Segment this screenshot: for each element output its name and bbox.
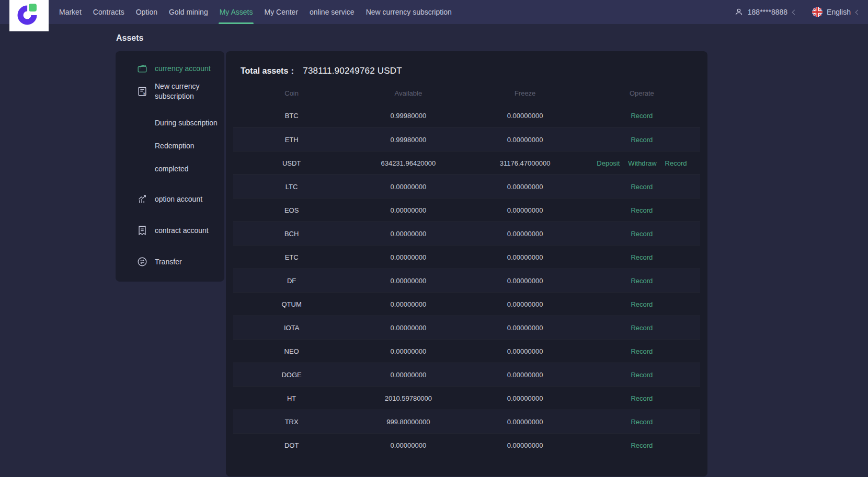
- freeze-value: 0.00000000: [467, 112, 584, 120]
- user-account-menu[interactable]: 188****8888: [734, 7, 796, 17]
- available-value: 0.00000000: [350, 441, 466, 449]
- header-available: Available: [350, 89, 466, 97]
- sidebar-item-label: completed: [155, 165, 189, 173]
- op-record-link[interactable]: Record: [631, 206, 653, 214]
- op-record-link[interactable]: Record: [631, 347, 653, 355]
- nav-item-option[interactable]: Option: [136, 0, 157, 24]
- coin-name: BCH: [233, 230, 350, 238]
- user-phone: 188****8888: [748, 8, 787, 16]
- operate-cell: Record: [584, 371, 700, 379]
- available-value: 0.00000000: [350, 277, 466, 285]
- nav-item-my-center[interactable]: My Center: [264, 0, 298, 24]
- available-value: 0.00000000: [350, 300, 466, 308]
- op-record-link[interactable]: Record: [631, 136, 653, 144]
- sidebar-item-label: contract account: [155, 226, 209, 235]
- header-coin: Coin: [233, 89, 350, 97]
- operate-cell: Record: [584, 183, 700, 191]
- assets-panel: Total assets： 738111.90249762 USDT Coin …: [226, 51, 707, 476]
- nav-item-online-service[interactable]: online service: [310, 0, 355, 24]
- contract-icon: [136, 225, 148, 236]
- table-row: TRX 999.80000000 0.00000000 Record: [233, 410, 700, 433]
- freeze-value: 31176.47000000: [467, 159, 584, 167]
- op-record-link[interactable]: Record: [665, 159, 687, 167]
- op-record-link[interactable]: Record: [631, 230, 653, 238]
- sidebar-item-new-currency-subscription[interactable]: ¥ New currency subscription: [136, 82, 224, 101]
- table-row: IOTA 0.00000000 0.00000000 Record: [233, 316, 700, 339]
- operate-cell: Record: [584, 206, 700, 214]
- op-record-link[interactable]: Record: [631, 394, 653, 402]
- table-row: ETC 0.00000000 0.00000000 Record: [233, 245, 700, 269]
- available-value: 999.80000000: [350, 418, 466, 426]
- freeze-value: 0.00000000: [467, 300, 584, 308]
- freeze-value: 0.00000000: [467, 136, 584, 144]
- coin-name: HT: [233, 394, 350, 402]
- operate-cell: Record: [584, 300, 700, 308]
- op-withdraw-link[interactable]: Withdraw: [628, 159, 656, 167]
- available-value: 0.00000000: [350, 183, 466, 191]
- nav-menu: Market Contracts Option Gold mining My A…: [59, 0, 452, 24]
- header-freeze: Freeze: [467, 89, 584, 97]
- nav-item-gold-mining[interactable]: Gold mining: [169, 0, 208, 24]
- coin-name: DOT: [233, 441, 350, 449]
- sidebar-item-currency-account[interactable]: currency account: [136, 60, 224, 77]
- freeze-value: 0.00000000: [467, 206, 584, 214]
- chart-icon: [136, 193, 148, 205]
- nav-item-my-assets[interactable]: My Assets: [220, 0, 253, 24]
- op-record-link[interactable]: Record: [631, 300, 653, 308]
- op-record-link[interactable]: Record: [631, 253, 653, 261]
- available-value: 0.99980000: [350, 136, 466, 144]
- available-value: 0.00000000: [350, 230, 466, 238]
- op-record-link[interactable]: Record: [631, 183, 653, 191]
- language-menu[interactable]: English: [812, 7, 860, 17]
- brand-logo[interactable]: [9, 0, 49, 31]
- transfer-icon: [136, 256, 148, 267]
- nav-item-contracts[interactable]: Contracts: [93, 0, 124, 24]
- nav-item-market[interactable]: Market: [59, 0, 82, 24]
- op-record-link[interactable]: Record: [631, 112, 653, 120]
- chevron-icon: [855, 9, 861, 15]
- op-record-link[interactable]: Record: [631, 418, 653, 426]
- operate-cell: DepositWithdrawRecord: [584, 159, 700, 167]
- op-deposit-link[interactable]: Deposit: [597, 159, 620, 167]
- operate-cell: Record: [584, 277, 700, 285]
- sidebar-item-option-account[interactable]: option account: [136, 190, 224, 208]
- operate-cell: Record: [584, 136, 700, 144]
- freeze-value: 0.00000000: [467, 394, 584, 402]
- assets-sidebar: currency account ¥ New currency subscrip…: [116, 51, 224, 282]
- sidebar-item-completed[interactable]: completed: [136, 161, 224, 177]
- coin-name: LTC: [233, 183, 350, 191]
- available-value: 0.99980000: [350, 112, 466, 120]
- freeze-value: 0.00000000: [467, 324, 584, 332]
- available-value: 0.00000000: [350, 324, 466, 332]
- coin-name: DF: [233, 277, 350, 285]
- language-label: English: [827, 8, 851, 16]
- coin-name: BTC: [233, 112, 350, 120]
- available-value: 0.00000000: [350, 347, 466, 355]
- coin-name: QTUM: [233, 300, 350, 308]
- sidebar-item-during-subscription[interactable]: During subscription: [136, 115, 224, 131]
- total-assets-value: 738111.90249762 USDT: [303, 66, 402, 76]
- table-row: DOGE 0.00000000 0.00000000 Record: [233, 363, 700, 386]
- available-value: 0.00000000: [350, 371, 466, 379]
- op-record-link[interactable]: Record: [631, 277, 653, 285]
- user-icon: [734, 7, 744, 17]
- table-row: USDT 634231.96420000 31176.47000000 Depo…: [233, 151, 700, 174]
- freeze-value: 0.00000000: [467, 418, 584, 426]
- operate-cell: Record: [584, 112, 700, 120]
- nav-item-new-currency-subscription[interactable]: New currency subscription: [366, 0, 452, 24]
- op-record-link[interactable]: Record: [631, 441, 653, 449]
- table-row: EOS 0.00000000 0.00000000 Record: [233, 198, 700, 222]
- op-record-link[interactable]: Record: [631, 371, 653, 379]
- sidebar-item-transfer[interactable]: Transfer: [136, 253, 224, 271]
- sidebar-item-label: During subscription: [155, 119, 218, 127]
- total-assets-label: Total assets：: [241, 66, 296, 77]
- operate-cell: Record: [584, 441, 700, 449]
- sidebar-item-contract-account[interactable]: contract account: [136, 222, 224, 239]
- sidebar-item-label: Transfer: [155, 258, 182, 266]
- logo-icon: [9, 0, 49, 31]
- table-row: LTC 0.00000000 0.00000000 Record: [233, 174, 700, 198]
- sidebar-item-redemption[interactable]: Redemption: [136, 138, 224, 154]
- op-record-link[interactable]: Record: [631, 324, 653, 332]
- total-assets: Total assets： 738111.90249762 USDT: [226, 51, 707, 82]
- coin-name: IOTA: [233, 324, 350, 332]
